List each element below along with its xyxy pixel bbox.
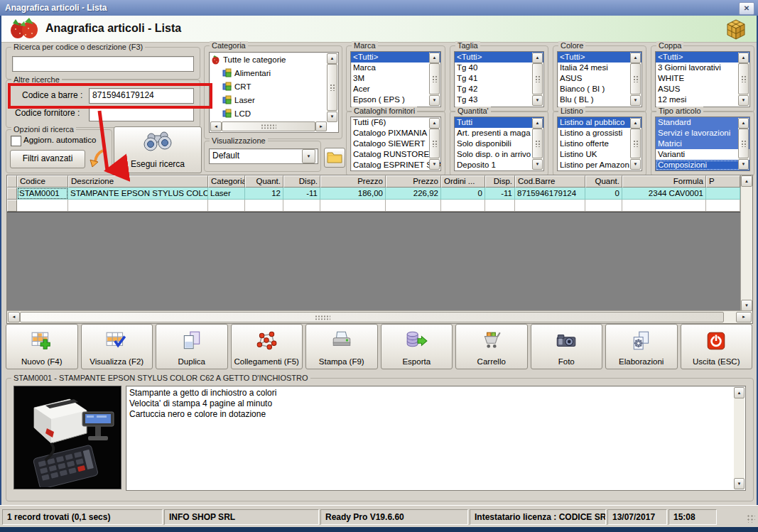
- table-cell[interactable]: 226,92: [386, 188, 441, 200]
- categoria-vertical-scrollbar[interactable]: ▲▼: [327, 53, 337, 122]
- table-cell[interactable]: [706, 188, 740, 200]
- table-row[interactable]: STAM0001STAMPANTE EPSON STYLUS COLOR C..…: [7, 188, 741, 200]
- tree-item-root[interactable]: Tutte le categorie: [210, 53, 327, 66]
- column-header[interactable]: Quant.: [585, 175, 622, 188]
- categoria-horizontal-scrollbar[interactable]: ◄►: [210, 121, 327, 131]
- tree-item[interactable]: CRT: [210, 80, 327, 93]
- column-header[interactable]: Formula: [622, 175, 706, 188]
- list-item[interactable]: Solo disp. o in arrivo: [455, 149, 543, 160]
- scroll-up-icon[interactable]: ▲: [630, 53, 641, 63]
- column-header[interactable]: Prezzo: [320, 175, 386, 188]
- tree-item[interactable]: LCD: [210, 107, 327, 120]
- tree-item[interactable]: Laser: [210, 93, 327, 107]
- column-header[interactable]: P: [706, 175, 740, 188]
- list-item[interactable]: Standard: [656, 117, 749, 128]
- column-header[interactable]: Disp.: [485, 175, 515, 188]
- list-item[interactable]: Tutti: [455, 117, 543, 128]
- scroll-down-icon[interactable]: ▼: [532, 95, 543, 106]
- list-item[interactable]: ASUS: [656, 84, 749, 94]
- table-vertical-scrollbar[interactable]: ▲ ▼: [740, 175, 752, 311]
- nuovo-f4--button[interactable]: Nuovo (F4): [6, 324, 78, 369]
- column-header[interactable]: Ordini ...: [441, 175, 485, 188]
- list-item[interactable]: WHITE: [656, 73, 749, 84]
- list-item[interactable]: Listino offerte: [558, 139, 641, 149]
- scroll-up-icon[interactable]: ▲: [738, 53, 749, 63]
- list-item[interactable]: Listino al pubblico: [558, 117, 641, 128]
- list-item[interactable]: Composizioni: [656, 160, 749, 170]
- description-scrollbar[interactable]: ▲ ▼: [734, 387, 745, 489]
- scroll-down-icon[interactable]: ▼: [327, 112, 337, 122]
- filter-listbox[interactable]: <Tutti>Italia 24 mesiASUSBianco ( BI )Bl…: [557, 51, 642, 107]
- filter-listbox[interactable]: StandardServizi e lavorazioniMatriciVari…: [655, 116, 750, 171]
- filter-list-scrollbar[interactable]: ▲▼: [738, 53, 749, 106]
- list-item[interactable]: 3 Giorni lavorativi: [656, 63, 749, 73]
- list-item[interactable]: Marca: [351, 63, 440, 73]
- carrello-button[interactable]: Carrello: [455, 324, 528, 369]
- scroll-down-icon[interactable]: ▼: [738, 159, 749, 170]
- list-item[interactable]: Epson ( EPS ): [351, 94, 440, 105]
- scroll-up-icon[interactable]: ▲: [327, 53, 337, 64]
- table-cell[interactable]: 0: [585, 188, 622, 200]
- table-cell[interactable]: -11: [283, 188, 320, 200]
- table-horizontal-scrollbar[interactable]: ◄ ►: [7, 310, 752, 323]
- list-item[interactable]: Blu ( BL ): [558, 94, 641, 105]
- filter-list-scrollbar[interactable]: ▲▼: [532, 53, 543, 106]
- scroll-down-icon[interactable]: ▼: [738, 95, 749, 106]
- table-cell[interactable]: 8715946179124: [515, 188, 585, 200]
- list-item[interactable]: Catalog RUNSTORE: [351, 149, 440, 160]
- column-header[interactable]: Descrizione: [68, 175, 208, 188]
- list-item[interactable]: Matrici: [656, 139, 749, 149]
- filter-list-scrollbar[interactable]: ▲▼: [532, 118, 543, 170]
- table-cell[interactable]: -11: [485, 188, 515, 200]
- scroll-up-icon[interactable]: ▲: [738, 118, 749, 129]
- list-item[interactable]: <Tutti>: [656, 52, 749, 63]
- collegamenti-f5--button[interactable]: Collegamenti (F5): [231, 324, 303, 369]
- list-item[interactable]: Tg 42: [455, 84, 543, 94]
- categoria-tree[interactable]: Tutte le categorieAlimentariCRTLaserLCDC…: [209, 52, 339, 133]
- filter-list-scrollbar[interactable]: ▲▼: [630, 53, 641, 106]
- list-item[interactable]: ASUS: [558, 73, 641, 84]
- filter-listbox[interactable]: Tutti (F6)Catalogo PIXMANIACatalogo SIEW…: [350, 116, 441, 171]
- scroll-up-icon[interactable]: ▲: [532, 118, 543, 129]
- scroll-down-icon[interactable]: ▼: [630, 159, 641, 170]
- list-item[interactable]: Varianti: [656, 149, 749, 160]
- table-cell[interactable]: STAM0001: [17, 188, 68, 200]
- duplica-button[interactable]: Duplica: [156, 324, 228, 369]
- scroll-down-icon[interactable]: ▼: [429, 95, 440, 106]
- scroll-down-icon[interactable]: ▼: [532, 159, 543, 170]
- scroll-left-icon[interactable]: ◄: [210, 121, 222, 131]
- list-item[interactable]: Tg 40: [455, 63, 543, 73]
- elaborazioni-button[interactable]: Elaborazioni: [605, 324, 678, 369]
- list-item[interactable]: <Tutti>: [351, 52, 440, 63]
- list-item[interactable]: Deposito 1: [455, 160, 543, 170]
- view-select-dropdown-icon[interactable]: ▼: [302, 149, 315, 163]
- table-cell[interactable]: 0: [441, 188, 485, 200]
- filter-listbox[interactable]: Listino al pubblicoListino a grossistiLi…: [557, 116, 642, 171]
- scroll-up-icon[interactable]: ▲: [741, 175, 752, 187]
- list-item[interactable]: Catalogo PIXMANIA: [351, 128, 440, 139]
- filter-list-scrollbar[interactable]: ▲▼: [630, 118, 641, 170]
- row-selector[interactable]: [7, 188, 17, 200]
- list-item[interactable]: <Tutti>: [558, 52, 641, 63]
- run-search-button[interactable]: Esegui ricerca: [114, 126, 202, 173]
- scroll-up-icon[interactable]: ▲: [429, 53, 440, 63]
- scroll-down-icon[interactable]: ▼: [734, 478, 745, 489]
- tree-item[interactable]: Alimentari: [210, 66, 327, 80]
- list-item[interactable]: Listino a grossisti: [558, 128, 641, 139]
- filter-listbox[interactable]: TuttiArt. presenti a magaSolo disponibil…: [454, 116, 544, 171]
- list-item[interactable]: Tg 43: [455, 94, 543, 105]
- column-header[interactable]: Categoria: [208, 175, 245, 188]
- list-item[interactable]: Servizi e lavorazioni: [656, 128, 749, 139]
- list-item[interactable]: Listino per Amazon: [558, 160, 641, 170]
- list-item[interactable]: Catalog ESPRINET SPA: [351, 160, 440, 170]
- list-item[interactable]: 12 mesi: [656, 94, 749, 105]
- column-header[interactable]: Codice: [17, 175, 68, 188]
- table-cell[interactable]: 2344 CAV0001: [622, 188, 706, 200]
- filter-list-scrollbar[interactable]: ▲▼: [429, 118, 440, 170]
- supplier-code-input[interactable]: [89, 106, 194, 121]
- scroll-down-icon[interactable]: ▼: [429, 159, 440, 170]
- list-item[interactable]: Tg 41: [455, 73, 543, 84]
- visualizza-f2--button[interactable]: Visualizza (F2): [81, 324, 153, 369]
- window-titlebar[interactable]: Anagrafica articoli - Lista ✕: [0, 0, 758, 16]
- filter-listbox[interactable]: <Tutti>3 Giorni lavorativiWHITEASUS12 me…: [655, 51, 750, 107]
